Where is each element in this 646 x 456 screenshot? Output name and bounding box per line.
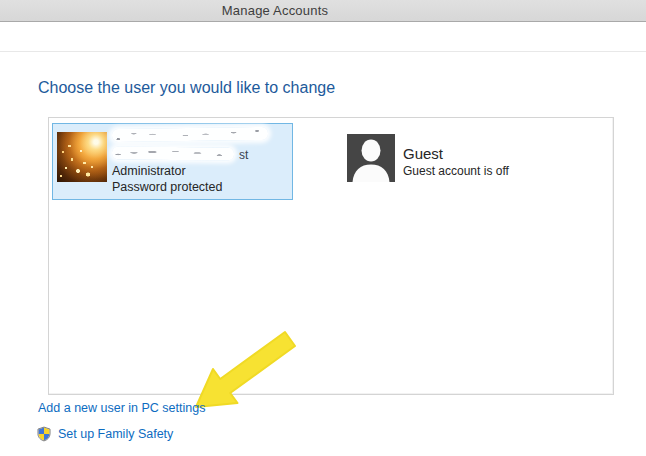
guest-silhouette-icon xyxy=(347,134,395,182)
family-safety-link[interactable]: Set up Family Safety xyxy=(58,427,173,441)
account-role-label: Administrator xyxy=(112,164,186,178)
uac-shield-icon xyxy=(36,426,52,442)
page-heading: Choose the user you would like to change xyxy=(38,79,335,97)
family-safety-row: Set up Family Safety xyxy=(36,426,173,442)
add-user-link[interactable]: Add a new user in PC settings xyxy=(38,401,205,415)
password-status-label: Password protected xyxy=(112,180,222,194)
window-title: Manage Accounts xyxy=(0,3,550,18)
window-titlebar: Manage Accounts xyxy=(0,0,646,22)
redacted-user-email xyxy=(112,146,234,160)
redacted-user-name xyxy=(112,127,268,142)
user-tile-guest[interactable]: Guest Guest account is off xyxy=(341,128,569,188)
guest-name-label: Guest xyxy=(403,145,443,162)
user-email-suffix: st xyxy=(239,148,248,162)
guest-status-label: Guest account is off xyxy=(403,164,509,178)
header-divider xyxy=(0,51,646,52)
user-avatar-image xyxy=(57,132,107,182)
manage-accounts-window: Manage Accounts Choose the user you woul… xyxy=(0,0,646,456)
